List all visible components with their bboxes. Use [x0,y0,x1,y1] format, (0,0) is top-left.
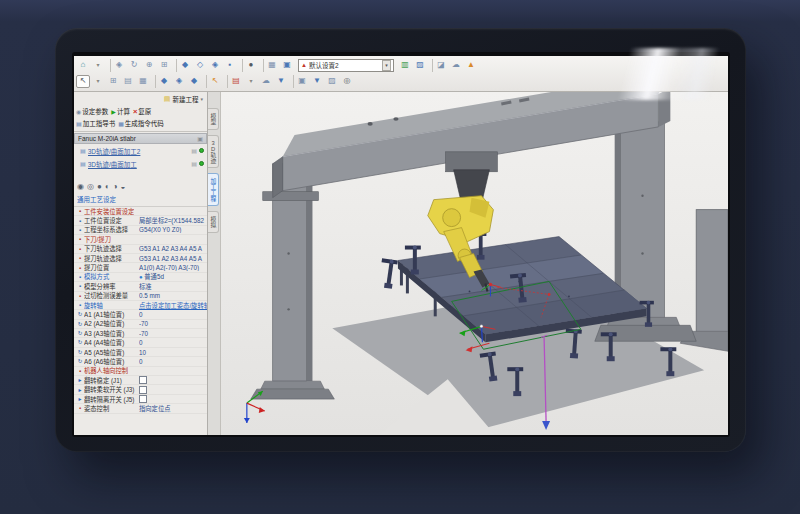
property-value[interactable]: 指向定位点 [139,404,207,413]
property-value[interactable]: 10 [139,349,207,356]
property-tool-icon[interactable]: ◉ [77,182,84,191]
property-row[interactable]: 翻转柔软开关 (J3) [74,385,207,394]
toolbar-icon[interactable]: ☁ [259,75,273,88]
toolbar-icon[interactable]: ▨ [325,75,339,88]
property-value[interactable]: 普通5d [139,272,207,281]
property-row[interactable]: 翻转隔离开关 (J5) [74,395,207,404]
robot-carriage-mount[interactable] [446,152,498,204]
property-row[interactable]: A3 (A3轴位置) -70 [74,329,207,338]
property-row[interactable]: 机器人轴向控制 [74,367,207,376]
property-row[interactable]: A1 (A1轴位置) 0 [74,310,207,319]
new-project-button[interactable]: 新建工程 [172,94,198,104]
chevron-down-icon[interactable]: ▾ [382,60,391,71]
property-row[interactable]: A6 (A6轴位置) 0 [74,357,207,366]
side-tab[interactable]: 加工工程 [208,173,219,206]
property-value[interactable]: G54(X0 Y0 Z0) [139,226,207,233]
reset-button[interactable]: × 复原 [133,106,151,116]
viewport-3d[interactable] [221,92,728,435]
toolbar-icon[interactable]: ◆ [187,75,201,88]
toolbar-icon[interactable]: ▦ [265,59,279,72]
config-dropdown[interactable]: ▲ 默认设置2 ▾ [298,59,394,72]
property-row[interactable]: A4 (A4轴位置) 0 [74,338,207,347]
toolbar-icon[interactable]: ▾ [244,75,258,88]
property-tool-icon[interactable]: ◎ [87,182,94,191]
toolbar-icon[interactable]: ↖ [76,75,90,88]
property-row[interactable]: 模拟方式 普通5d [74,273,207,282]
toolbar-icon[interactable] [289,75,294,88]
toolbar-icon[interactable]: ⌂ [76,59,90,72]
toolbar-icon[interactable] [106,59,111,72]
property-row[interactable]: 模型分辨率 标准 [74,282,207,291]
property-value[interactable]: -70 [139,320,207,327]
toolbar-icon[interactable]: ▣ [295,75,309,88]
property-value[interactable] [139,376,207,384]
toolbar-icon[interactable]: ▤ [229,75,243,88]
property-row[interactable]: 工件安装位置设定 [74,207,207,216]
property-value[interactable]: G53 A1 A2 A3 A4 A5 A [139,245,207,252]
toolbar-icon[interactable]: ⊞ [157,59,171,72]
toolbar-icon[interactable] [259,59,264,72]
toolbar-icon[interactable]: ▣ [280,59,294,72]
toolbar-icon[interactable]: ▦ [136,75,150,88]
property-value[interactable]: 点击设定加工姿态/旋转轴 [139,301,207,310]
toolbar-icon[interactable]: ↻ [127,59,141,72]
property-tool-icon[interactable]: ◐ [105,182,110,191]
toolbar-icon[interactable]: ▼ [274,75,288,88]
side-tab[interactable]: 3D轨迹 [208,135,219,169]
toolbar-icon[interactable]: ● [244,59,258,72]
toolbar-icon[interactable]: ▾ [91,75,105,88]
trajectory-item[interactable]: ▤ 3D轨迹/曲面加工2 ▤ [74,144,207,157]
property-row[interactable]: 翻转稳定 (J1) [74,376,207,385]
property-value[interactable]: 0.5 mm [139,292,207,299]
property-row[interactable]: 旋转轴 点击设定加工姿态/旋转轴 [74,301,207,310]
toolbar-icon[interactable]: ⊞ [106,75,120,88]
property-row[interactable]: 下刀/提刀 [74,235,207,244]
property-row[interactable]: 过切检测误差量 0.5 mm [74,292,207,301]
generate-code-button[interactable]: ▦ 生成指令代码 [118,118,164,128]
property-row[interactable]: 工件位置设定 局部坐标2=(X1544.582 [74,216,207,225]
property-tool-icon[interactable]: ● [97,182,102,191]
property-row[interactable]: A5 (A5轴位置) 10 [74,348,207,357]
toolbar-icon[interactable]: ▾ [91,59,105,72]
toolbar-icon[interactable] [151,75,156,88]
toolbar-icon[interactable] [202,75,207,88]
property-value[interactable]: 标准 [139,282,207,291]
toolbar-icon[interactable] [223,75,228,88]
property-value[interactable] [139,386,207,394]
toolbar-icon[interactable]: ▲ [464,59,478,72]
toolbar-icon[interactable]: ◎ [340,75,354,88]
toolbar-icon[interactable]: ◆ [157,75,171,88]
property-row[interactable]: 下刀轨迹选择 G53 A1 A2 A3 A4 A5 A [74,245,207,254]
property-value[interactable]: G53 A1 A2 A3 A4 A5 A [139,255,207,262]
property-value[interactable]: 0 [139,339,207,346]
work-guide-button[interactable]: ▤ 加工指导书 [76,118,115,128]
property-value[interactable]: 局部坐标2=(X1544.582 [139,216,207,225]
toolbar-icon[interactable]: ▼ [310,75,324,88]
chevron-down-icon[interactable]: ▾ [200,96,203,102]
toolbar-icon[interactable]: ◈ [172,75,186,88]
side-tab[interactable]: 模型 [208,108,219,130]
property-row[interactable]: 提刀轨迹选择 G53 A1 A2 A3 A4 A5 A [74,254,207,263]
toolbar-icon[interactable]: ◪ [434,59,448,72]
toolbar-icon[interactable] [428,59,433,72]
property-value[interactable] [139,395,207,403]
property-tool-icon[interactable]: ◑ [113,182,118,191]
toolbar-icon[interactable]: ☁ [449,59,463,72]
toolbar-icon[interactable] [172,59,177,72]
property-row[interactable]: 工程坐标系选择 G54(X0 Y0 Z0) [74,226,207,235]
toolbar-icon[interactable]: ◇ [193,59,207,72]
side-tab[interactable]: 模拟 [208,211,219,233]
property-value[interactable]: A1(0) A2(-70) A3(-70) [139,264,207,271]
toolbar-icon[interactable]: ◈ [112,59,126,72]
viewport-3d-scene[interactable] [221,92,728,435]
left-gantry-column[interactable] [251,164,335,399]
property-value[interactable]: -70 [139,330,207,337]
property-row[interactable]: 提刀位置 A1(0) A2(-70) A3(-70) [74,263,207,272]
toolbar-icon[interactable]: ◆ [178,59,192,72]
compute-button[interactable]: ▶ 计算 [111,106,130,116]
toolbar-icon[interactable]: ▨ [413,59,427,72]
property-row[interactable]: A2 (A2轴位置) -70 [74,320,207,329]
set-params-button[interactable]: ◉ 设定参数 [76,106,108,116]
property-tool-icon[interactable]: ◒ [121,182,126,191]
toolbar-icon[interactable]: ▥ [398,59,412,72]
